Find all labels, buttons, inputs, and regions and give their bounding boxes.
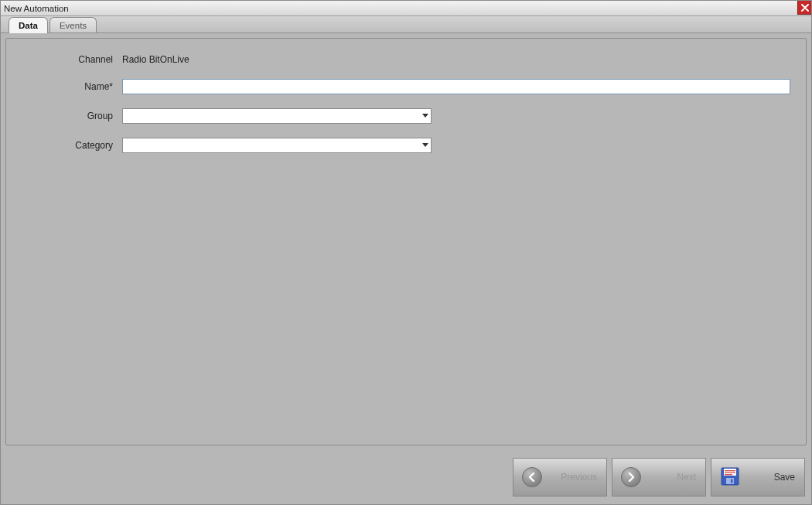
svg-rect-2 (725, 470, 735, 471)
tab-data-label: Data (19, 21, 38, 30)
tab-events-label: Events (60, 21, 87, 30)
next-label: Next (650, 472, 698, 483)
svg-rect-4 (725, 474, 732, 475)
titlebar: New Automation (1, 1, 811, 16)
category-input[interactable] (122, 138, 432, 153)
group-label: Group (22, 111, 122, 121)
name-input[interactable] (122, 79, 790, 94)
tab-strip: Data Events (1, 16, 811, 33)
arrow-right-icon (621, 467, 641, 487)
category-label: Category (22, 140, 122, 151)
next-icon-slot (620, 467, 642, 487)
tab-events[interactable]: Events (49, 17, 97, 32)
save-icon-slot (719, 466, 741, 489)
footer: Previous Next (1, 450, 811, 504)
close-button[interactable] (797, 1, 811, 15)
tab-data[interactable]: Data (9, 17, 48, 33)
channel-value: Radio BitOnLive (122, 54, 189, 65)
row-category: Category (22, 138, 790, 153)
save-button[interactable]: Save (711, 458, 805, 496)
previous-button[interactable]: Previous (513, 458, 607, 496)
group-input[interactable] (122, 108, 432, 124)
channel-label: Channel (22, 54, 122, 65)
form-panel: Channel Radio BitOnLive Name* Group Cate… (5, 38, 807, 445)
row-name: Name* (22, 79, 790, 94)
floppy-disk-icon (720, 466, 740, 489)
previous-icon-slot (521, 467, 543, 487)
row-group: Group (22, 108, 790, 124)
svg-rect-3 (725, 472, 735, 473)
next-button[interactable]: Next (612, 458, 706, 496)
arrow-left-icon (522, 467, 542, 487)
close-icon (801, 4, 809, 12)
row-channel: Channel Radio BitOnLive (22, 54, 790, 65)
window: New Automation Data Events Channel Radio… (0, 0, 812, 505)
previous-label: Previous (551, 472, 599, 483)
category-combo[interactable] (122, 138, 432, 153)
save-label: Save (749, 472, 797, 483)
panel-wrap: Channel Radio BitOnLive Name* Group Cate… (1, 33, 811, 450)
window-title: New Automation (4, 4, 69, 13)
svg-rect-6 (731, 479, 733, 483)
name-label: Name* (22, 81, 122, 92)
group-combo[interactable] (122, 108, 432, 124)
